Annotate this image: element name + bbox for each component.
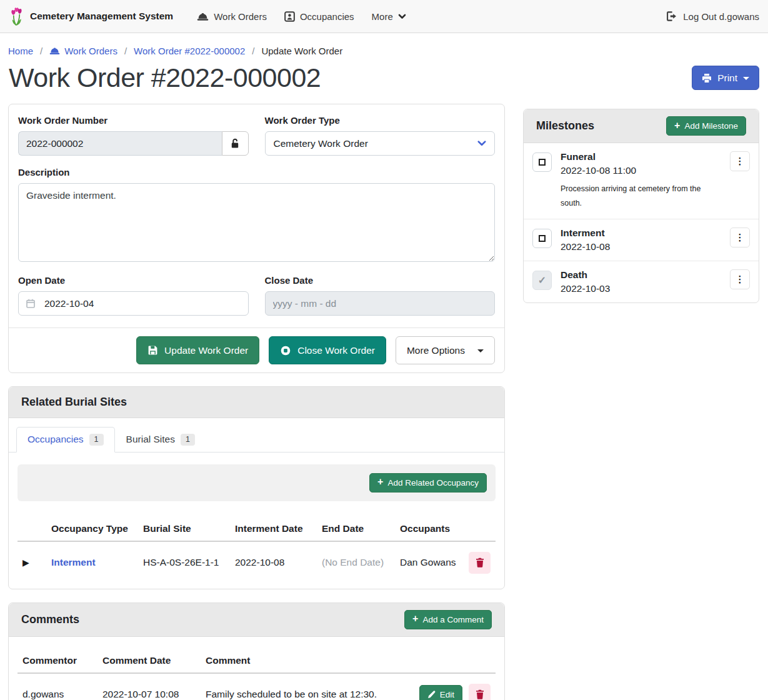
- milestone-menu-button[interactable]: ⋮: [730, 228, 750, 248]
- print-button[interactable]: Print: [692, 66, 759, 90]
- breadcrumb-current: Update Work Order: [261, 46, 342, 56]
- milestone-date: 2022-10-03: [561, 283, 730, 294]
- caret-down-icon: [477, 349, 484, 352]
- pencil-icon: [427, 691, 436, 699]
- more-options-button[interactable]: More Options: [396, 336, 495, 364]
- page-header: Work Order #2022-000002 Print: [0, 56, 768, 93]
- expand-row-icon[interactable]: ▶: [22, 558, 29, 568]
- plus-icon: +: [674, 121, 680, 131]
- nav-item-occupancies[interactable]: Occupancies: [284, 11, 354, 22]
- logout-button[interactable]: Log Out d.gowans: [666, 11, 759, 22]
- kebab-menu-icon: ⋮: [736, 232, 745, 242]
- breadcrumb-label: Work Orders: [64, 46, 117, 56]
- column-header: Commentor: [17, 649, 97, 673]
- unchecked-square-icon: [539, 159, 546, 166]
- milestone-checkbox[interactable]: ✓: [532, 229, 552, 248]
- work-order-type-value: Cemetery Work Order: [274, 138, 368, 149]
- milestone-item: ✓ Funeral 2022-10-08 11:00 Procession ar…: [524, 143, 759, 219]
- action-column-header: [464, 517, 496, 541]
- nav-item-label: Work Orders: [214, 11, 267, 22]
- nav-item-work-orders[interactable]: Work Orders: [197, 11, 267, 22]
- chevron-down-icon: [477, 141, 486, 146]
- kebab-menu-icon: ⋮: [736, 156, 745, 166]
- occupant-frame-icon: [284, 11, 295, 22]
- delete-occupancy-button[interactable]: [469, 552, 491, 574]
- nav-item-more[interactable]: More: [372, 11, 406, 22]
- breadcrumb-separator: /: [40, 46, 42, 56]
- tulip-logo-icon: [9, 8, 24, 26]
- occupancies-table: Occupancy Type Burial Site Interment Dat…: [17, 517, 496, 582]
- delete-comment-button[interactable]: [469, 684, 491, 700]
- related-body: + Add Related Occupancy Occupancy Type B…: [9, 452, 504, 589]
- tab-count-badge: 1: [89, 434, 104, 446]
- unlock-button[interactable]: [222, 131, 249, 156]
- work-order-type-select[interactable]: Cemetery Work Order: [265, 131, 496, 156]
- burial-site-cell: HS-A-0S-26E-1-1: [138, 541, 230, 582]
- top-navbar: Cemetery Management System Work Orders O…: [0, 0, 768, 33]
- commentor-cell: d.gowans: [17, 673, 97, 700]
- milestone-item: ✓ Interment 2022-10-08 ⋮: [524, 219, 759, 261]
- close-work-order-button[interactable]: Close Work Order: [269, 336, 386, 364]
- hard-hat-icon: [49, 47, 60, 55]
- milestone-checkbox[interactable]: ✓: [532, 271, 552, 290]
- description-textarea[interactable]: Graveside interment.: [18, 183, 495, 262]
- add-comment-button[interactable]: + Add a Comment: [404, 610, 492, 629]
- trash-icon: [476, 689, 484, 699]
- breadcrumb-work-order-link[interactable]: Work Order #2022-000002: [134, 46, 245, 56]
- add-milestone-button[interactable]: + Add Milestone: [666, 116, 746, 136]
- unlock-icon: [230, 138, 240, 149]
- work-order-number-input[interactable]: [18, 131, 222, 156]
- open-date-input[interactable]: [18, 291, 249, 316]
- end-date-cell: (No End Date): [317, 541, 395, 582]
- save-icon: [147, 345, 158, 356]
- description-label: Description: [18, 167, 495, 178]
- tab-count-badge: 1: [181, 434, 195, 446]
- trash-icon: [476, 558, 484, 568]
- milestone-menu-button[interactable]: ⋮: [730, 269, 750, 289]
- breadcrumb-separator: /: [252, 46, 254, 56]
- tab-burial-sites[interactable]: Burial Sites 1: [115, 427, 206, 452]
- tab-occupancies[interactable]: Occupancies 1: [16, 427, 115, 452]
- logout-label: Log Out d.gowans: [683, 11, 759, 22]
- column-header: Occupants: [395, 517, 464, 541]
- breadcrumb-home-link[interactable]: Home: [8, 46, 33, 56]
- column-header: Burial Site: [138, 517, 230, 541]
- related-title: Related Burial Sites: [21, 396, 127, 409]
- comments-body: Commentor Comment Date Comment d.gowans …: [9, 637, 504, 700]
- milestone-content: Death 2022-10-03: [561, 269, 730, 294]
- printer-icon: [702, 73, 712, 83]
- close-date-label: Close Date: [265, 275, 496, 286]
- open-date-field-group: Open Date: [18, 275, 249, 316]
- milestones-header: Milestones + Add Milestone: [524, 109, 759, 143]
- work-order-number-field-group: Work Order Number: [18, 115, 249, 156]
- add-related-occupancy-label: Add Related Occupancy: [387, 478, 479, 488]
- work-order-form-card: Work Order Number: [8, 104, 505, 373]
- close-date-input[interactable]: [265, 291, 496, 316]
- milestone-menu-button[interactable]: ⋮: [730, 151, 750, 171]
- app-brand[interactable]: Cemetery Management System: [9, 8, 173, 26]
- breadcrumb-separator: /: [124, 46, 127, 56]
- work-order-type-field-group: Work Order Type Cemetery Work Order: [265, 115, 496, 156]
- update-label: Update Work Order: [164, 345, 248, 356]
- comments-title: Comments: [21, 613, 79, 626]
- edit-comment-button[interactable]: Edit: [419, 685, 462, 700]
- milestones-card: Milestones + Add Milestone ✓ Funeral 202…: [523, 109, 759, 303]
- add-related-occupancy-button[interactable]: + Add Related Occupancy: [369, 473, 487, 492]
- column-header: Comment Date: [97, 649, 201, 673]
- work-order-type-label: Work Order Type: [265, 115, 496, 126]
- occupancy-type-link[interactable]: Interment: [51, 557, 96, 568]
- related-header: Related Burial Sites: [9, 387, 504, 418]
- column-header: Occupancy Type: [46, 517, 138, 541]
- add-comment-label: Add a Comment: [422, 615, 484, 624]
- nav-item-label: Occupancies: [300, 11, 354, 22]
- brand-title: Cemetery Management System: [30, 11, 173, 22]
- breadcrumb-work-orders-link[interactable]: Work Orders: [49, 46, 117, 56]
- related-toolbar: + Add Related Occupancy: [17, 464, 496, 501]
- milestone-checkbox[interactable]: ✓: [532, 152, 552, 172]
- update-work-order-button[interactable]: Update Work Order: [136, 336, 259, 364]
- comment-cell: Family scheduled to be on site at 12:30.: [201, 673, 402, 700]
- open-date-label: Open Date: [18, 275, 249, 286]
- milestone-list: ✓ Funeral 2022-10-08 11:00 Procession ar…: [524, 143, 759, 302]
- milestone-title: Interment: [561, 228, 730, 239]
- column-header: End Date: [317, 517, 395, 541]
